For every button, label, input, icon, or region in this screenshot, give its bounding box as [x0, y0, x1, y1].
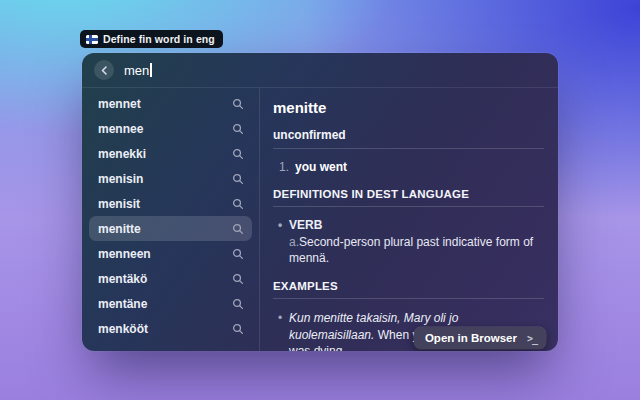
finnish-flag-icon	[86, 35, 98, 44]
translation-number: 1.	[279, 160, 289, 174]
search-icon	[232, 223, 244, 235]
list-item[interactable]: menekki	[89, 141, 252, 166]
search-icon	[232, 248, 244, 260]
search-icon	[232, 123, 244, 135]
sense-text: Second-person plural past indicative for…	[289, 235, 533, 265]
list-item-label: menkööt	[98, 322, 148, 336]
list-item-label: mentäne	[98, 297, 147, 311]
search-value: men	[124, 63, 149, 78]
definitions-header: DEFINITIONS IN DEST LANGUAGE	[273, 188, 544, 200]
command-tag: Define fin word in eng	[80, 30, 223, 48]
part-of-speech: VERB	[273, 218, 544, 232]
list-item-label: mennet	[98, 97, 141, 111]
list-item[interactable]: menisit	[89, 191, 252, 216]
search-icon	[232, 98, 244, 110]
launcher-window: men mennet mennee	[82, 53, 558, 351]
chevron-left-icon	[100, 66, 109, 75]
definition-sense: a.Second-person plural past indicative f…	[273, 234, 544, 266]
search-icon	[232, 273, 244, 285]
list-item-label: menekki	[98, 147, 146, 161]
back-button[interactable]	[94, 60, 114, 80]
search-icon	[232, 198, 244, 210]
detail-panel: menitte unconfirmed 1.you went DEFINITIO…	[259, 88, 558, 351]
list-item-label: menneen	[98, 247, 151, 261]
divider	[273, 206, 544, 207]
open-in-browser-label: Open in Browser	[425, 332, 517, 344]
command-tag-label: Define fin word in eng	[103, 33, 215, 45]
search-bar[interactable]: men	[82, 53, 558, 88]
word-title: menitte	[273, 99, 544, 116]
sense-letter: a.	[289, 235, 299, 249]
terminal-prompt-icon: >_	[527, 333, 537, 344]
divider	[273, 298, 544, 299]
list-item-label: menisit	[98, 197, 140, 211]
list-item-label: menitte	[98, 222, 141, 236]
list-item[interactable]: mentäkö	[89, 266, 252, 291]
search-icon	[232, 173, 244, 185]
open-in-browser-button[interactable]: Open in Browser >_	[414, 327, 546, 349]
status-label: unconfirmed	[273, 128, 544, 142]
examples-header: EXAMPLES	[273, 280, 544, 292]
translation-text: you went	[295, 160, 347, 174]
search-input[interactable]: men	[124, 63, 152, 78]
window-content: mennet mennee menekki	[82, 88, 558, 351]
list-item-label: menisin	[98, 172, 143, 186]
list-item[interactable]: menkööt	[89, 316, 252, 341]
list-item[interactable]: mentäne	[89, 291, 252, 316]
search-icon	[232, 298, 244, 310]
suggestion-list: mennet mennee menekki	[82, 88, 259, 351]
list-item[interactable]: menisin	[89, 166, 252, 191]
search-icon	[232, 323, 244, 335]
list-item[interactable]: menitte	[89, 216, 252, 241]
translation-item: 1.you went	[273, 160, 544, 174]
text-caret	[150, 63, 152, 77]
search-icon	[232, 148, 244, 160]
list-item[interactable]: mennet	[89, 91, 252, 116]
divider	[273, 148, 544, 149]
list-item-label: mennee	[98, 122, 143, 136]
list-item[interactable]: menneen	[89, 241, 252, 266]
list-item-label: mentäkö	[98, 272, 147, 286]
list-item[interactable]: mennee	[89, 116, 252, 141]
